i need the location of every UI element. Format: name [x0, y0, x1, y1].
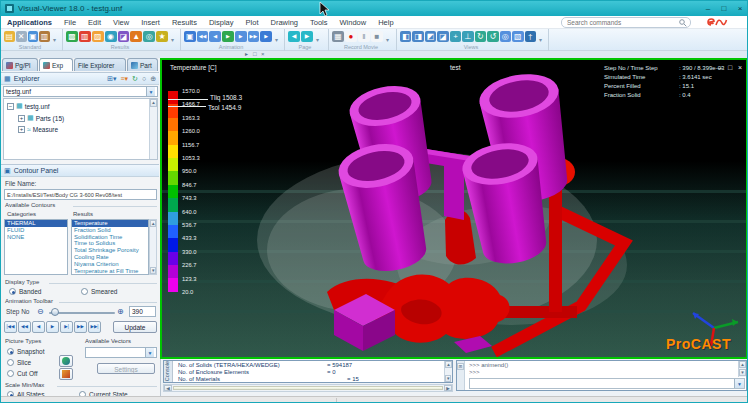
scroll-up-icon[interactable]: ▲ [150, 99, 157, 107]
step-value-field[interactable]: 390 [129, 306, 156, 317]
menu-display[interactable]: Display [203, 16, 240, 29]
spin-icon[interactable]: ↺ [487, 31, 498, 42]
record-overflow-icon[interactable]: ▾ [386, 36, 389, 43]
python-vscrollbar[interactable]: ▲ ▼ [738, 361, 746, 377]
layers-icon[interactable]: ○ [142, 75, 146, 83]
menu-window[interactable]: Window [334, 16, 373, 29]
tree-item-parts[interactable]: + ▦ Parts (15) [18, 114, 64, 122]
viewport-restore-icon[interactable]: □ [728, 64, 732, 71]
result-item[interactable]: Solidification Time [72, 234, 148, 241]
probe-icon[interactable]: ◎ [143, 31, 155, 42]
animation-overflow-icon[interactable]: ▾ [275, 36, 278, 43]
side-view-icon[interactable]: ◩ [425, 31, 436, 42]
tab-explorer[interactable]: Exp [39, 58, 73, 71]
cutoff-icon-button[interactable] [59, 368, 73, 380]
python-input-field[interactable] [470, 379, 734, 388]
results-overflow-icon[interactable]: ▾ [171, 36, 174, 43]
views-overflow-icon[interactable]: ▾ [539, 36, 542, 43]
radio-snapshot[interactable]: Snapshot [7, 348, 44, 355]
step-slider-thumb[interactable] [51, 308, 59, 316]
results-wizard-icon[interactable]: ★ [156, 31, 168, 42]
result-item[interactable]: Fraction Solid [72, 227, 148, 234]
page-overflow-icon[interactable]: ▾ [316, 36, 319, 43]
results-scrollbar[interactable]: ▲ ▼ [149, 219, 157, 275]
iso-surface-icon[interactable]: ◉ [105, 31, 117, 42]
scroll-left-icon[interactable]: ◀ [164, 385, 172, 391]
movie-icon[interactable]: ▦ [332, 31, 344, 42]
fast-forward-icon[interactable]: ▶▶ [248, 31, 260, 42]
radio-cutoff[interactable]: Cut Off [7, 370, 37, 377]
menu-drawing[interactable]: Drawing [264, 16, 304, 29]
float-panel-icon[interactable]: ▸ [245, 51, 248, 58]
search-input[interactable] [565, 18, 679, 27]
pause-icon[interactable]: ‖ [358, 31, 370, 42]
iso-view-icon[interactable]: ◧ [400, 31, 411, 42]
play-button[interactable]: ▶ [46, 321, 59, 333]
step-back-icon[interactable]: ◀ [209, 31, 221, 42]
expand-console-icon[interactable]: ⊞ [457, 363, 464, 370]
close-button[interactable]: × [733, 1, 747, 16]
category-item[interactable]: NONE [5, 234, 67, 241]
fast-forward-button[interactable]: ▶▶ [74, 321, 87, 333]
cut-icon[interactable]: ✕ [16, 31, 27, 42]
expand-icon[interactable]: + [18, 115, 25, 122]
scroll-down-icon[interactable]: ▼ [445, 375, 451, 382]
menu-help[interactable]: Help [372, 16, 399, 29]
categories-list[interactable]: THERMAL FLUID NONE [4, 219, 68, 275]
scroll-right-icon[interactable]: ▶ [444, 385, 452, 391]
chart-icon[interactable]: ▲ [130, 31, 142, 42]
rewind-icon[interactable]: ◀◀ [197, 31, 209, 42]
step-forward-icon[interactable]: ▶ [235, 31, 247, 42]
first-step-button[interactable]: |◀◀ [4, 321, 17, 333]
slice-icon-button[interactable] [59, 355, 73, 367]
menu-view[interactable]: View [107, 16, 135, 29]
standard-overflow-icon[interactable]: ▾ [53, 36, 56, 43]
tab-file-explorer[interactable]: File Explorer [74, 58, 126, 71]
menu-file[interactable]: File [58, 16, 82, 29]
python-input[interactable]: ▼ [469, 378, 745, 389]
close-panel-icon[interactable]: × [261, 51, 265, 58]
refresh-icon[interactable]: ↻ [132, 75, 138, 83]
menu-tools[interactable]: Tools [304, 16, 334, 29]
combo-dropdown-icon[interactable]: ▼ [145, 348, 154, 357]
expand-icon[interactable]: + [18, 126, 25, 133]
axis-triad-icon[interactable]: + [450, 31, 461, 42]
step-forward-button[interactable]: ▶| [60, 321, 73, 333]
result-item[interactable]: Total Shrinkage Porosity [72, 247, 148, 254]
sort-icon[interactable]: ≡▾ [120, 75, 128, 83]
front-view-icon[interactable]: ◨ [412, 31, 423, 42]
menu-results[interactable]: Results [166, 16, 203, 29]
result-item[interactable]: Time to Solidus [72, 240, 148, 247]
step-minus-icon[interactable]: ⊖ [37, 307, 44, 316]
stop-icon[interactable]: ■ [371, 31, 383, 42]
vector-plot-icon[interactable]: ▨ [92, 31, 104, 42]
minimize-button[interactable]: – [701, 1, 715, 16]
tab-part[interactable]: Part [127, 58, 158, 71]
paste-icon[interactable]: ▥ [39, 31, 50, 42]
anchor-icon[interactable]: † [525, 31, 536, 42]
combo-dropdown-icon[interactable]: ▼ [146, 87, 155, 96]
category-item[interactable]: THERMAL [5, 220, 67, 227]
menu-applications[interactable]: Applications [1, 16, 58, 29]
first-frame-icon[interactable]: ▣ [184, 31, 196, 42]
radio-smeared[interactable]: Smeared [81, 288, 117, 295]
hscroll-thumb[interactable] [173, 386, 443, 390]
copy-icon[interactable]: ▣ [28, 31, 39, 42]
step-back-button[interactable]: ◀ [32, 321, 45, 333]
radio-slice[interactable]: Slice [7, 359, 31, 366]
restore-panel-icon[interactable]: □ [253, 51, 257, 58]
tree-filter-icon[interactable]: ⊞▾ [107, 75, 116, 83]
scroll-down-icon[interactable]: ▼ [150, 267, 156, 274]
settings-button[interactable]: Settings [97, 363, 155, 374]
collapse-icon[interactable]: − [7, 103, 14, 110]
section-cut-icon[interactable]: ◪ [118, 31, 130, 42]
last-step-button[interactable]: ▶▶| [88, 321, 101, 333]
menu-edit[interactable]: Edit [82, 16, 107, 29]
tree-item-measure[interactable]: + ≈ Measure [18, 126, 58, 133]
menu-insert[interactable]: Insert [135, 16, 166, 29]
input-dropdown-icon[interactable]: ▼ [734, 379, 744, 388]
console-hscrollbar[interactable]: ◀ ▶ [163, 384, 453, 392]
results-list[interactable]: Temperature Fraction Solid Solidificatio… [71, 219, 149, 275]
scroll-up-icon[interactable]: ▲ [445, 361, 452, 368]
tree-scrollbar[interactable]: ▲ [149, 99, 157, 159]
